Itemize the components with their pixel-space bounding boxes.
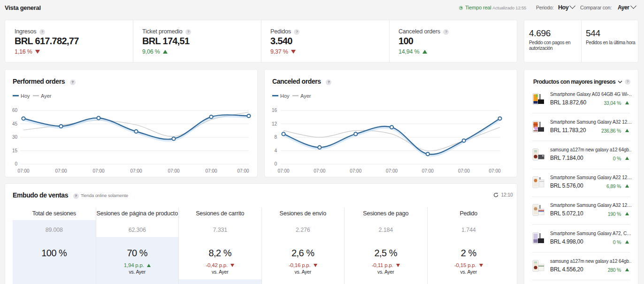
svg-text:07:00: 07:00 [458,168,470,174]
svg-text:Ayer: Ayer [41,93,52,99]
svg-text:07:00: 07:00 [489,168,500,174]
svg-text:07:00: 07:00 [314,168,325,174]
svg-text:07:00: 07:00 [17,168,29,174]
svg-text:4: 4 [274,148,277,153]
svg-text:07:00: 07:00 [205,168,217,174]
svg-text:07:00: 07:00 [277,168,289,174]
svg-text:45: 45 [12,121,18,126]
svg-text:07:00: 07:00 [237,168,249,174]
svg-text:12: 12 [272,121,277,126]
svg-text:16: 16 [272,108,277,113]
svg-text:07:00: 07:00 [422,168,434,174]
svg-text:07:00: 07:00 [92,168,104,174]
svg-text:07:00: 07:00 [386,168,398,174]
svg-text:30: 30 [12,134,18,140]
svg-text:07:00: 07:00 [350,168,361,174]
svg-text:8: 8 [274,134,277,140]
svg-text:Hoy: Hoy [21,93,30,99]
svg-text:Hoy: Hoy [280,93,290,99]
svg-text:60: 60 [12,108,18,113]
svg-text:07:00: 07:00 [130,168,142,174]
svg-text:Ayer: Ayer [300,93,311,99]
svg-text:0: 0 [15,161,17,166]
svg-text:15: 15 [12,148,18,153]
svg-text:07:00: 07:00 [168,168,179,174]
svg-text:07:00: 07:00 [55,168,67,174]
svg-text:0: 0 [274,161,277,166]
